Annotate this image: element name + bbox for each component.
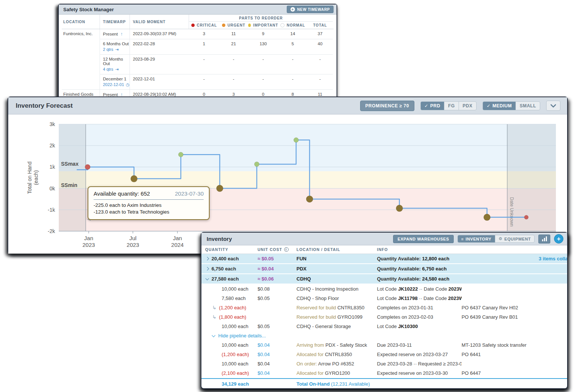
segment-label: MEDIUM (493, 103, 512, 108)
table-row: ↳(1,200 each)Reserved for build CNTRL835… (201, 303, 567, 312)
data-point-marker[interactable] (524, 215, 528, 219)
data-point-marker[interactable] (85, 164, 90, 169)
add-item-button[interactable]: + (554, 234, 563, 244)
text-segment: Arriving from (296, 342, 325, 348)
tooltip-transaction: -123.0 each to Tetra Technologies (94, 209, 204, 215)
pipeline-toggle[interactable]: Hide pipeline details... (205, 333, 567, 339)
chart-tooltip: Available quantity: 652 2023-07-30 -225.… (88, 186, 210, 220)
chart-view-button[interactable] (538, 235, 550, 244)
info-icon[interactable]: i (284, 247, 289, 252)
new-timewarp-button[interactable]: + NEW TIMEWARP (287, 6, 334, 13)
inventory-toolbar: EXPAND WAREHOUSES ≡INVENTORY⚙EQUIPMENT + (393, 234, 563, 244)
ssmax-label: SSmax (61, 161, 79, 167)
count-cell: 130 (248, 39, 278, 54)
data-point-marker[interactable] (254, 162, 259, 166)
location-detail-cell: CDHQ - Incoming Inspection (296, 286, 377, 292)
legend-label: NORMAL (287, 23, 305, 27)
size-filter-medium[interactable]: ✓MEDIUM (483, 102, 516, 110)
quantity-value: 10,000 each (222, 324, 249, 329)
text-segment: Reserved for build (296, 305, 337, 310)
count-cell: - (219, 74, 248, 89)
table-row: (1,200 each)$0.04Allocated for CNTRL8350… (201, 350, 567, 359)
timewarp-main: December 1 (103, 77, 130, 81)
tooltip-divider (94, 199, 204, 200)
y-tick-label: 1k (49, 164, 55, 170)
location-detail-cell: Allocated for CNTRL8350 (296, 352, 377, 357)
data-point-marker[interactable] (131, 175, 137, 182)
unit-cost-cell: $0.04 (258, 370, 296, 376)
text-segment: JK10300 (398, 324, 418, 329)
table-row[interactable]: 20,400 each≈ $0.05FUNQuantity Available:… (201, 254, 567, 264)
total-on-hand-label: Total On-Hand (12,231 Available) (296, 381, 567, 387)
table-row: (2,100 each)$0.04Allocated for GYRO1200E… (201, 368, 567, 378)
inventory-forecast-panel: Inventory Forecast PROMINENCE ≥ 70 ✓PRDF… (7, 97, 568, 254)
text-segment: Completes on 2023-02-03 (377, 314, 433, 320)
segment-label: PDX (463, 103, 472, 108)
count-cell: - (248, 74, 278, 89)
chevron-right-icon[interactable] (206, 257, 209, 261)
table-row: 10,000 each$0.04Arriving from PDX - Safe… (201, 340, 567, 350)
unit-cost-value: ≈ $0.04 (258, 266, 274, 272)
size-toggle-group: ✓MEDIUMSMALL (483, 101, 540, 110)
text-segment: GYRO1200 (325, 370, 350, 376)
count-cell: 1 (189, 39, 219, 54)
info-cell: Expected reserve on 2023-03-27 (377, 352, 462, 357)
info-cell: Completes on 2023-02-03 (377, 314, 462, 320)
expand-link-cell[interactable]: 3 items collapsed. Click to expand. (539, 256, 567, 261)
timewarp-shift-link[interactable]: 2022-12-01◷ (103, 82, 130, 87)
quantity-cell: 10,000 each (205, 342, 258, 348)
collapse-panel-button[interactable] (546, 101, 560, 111)
band-above-ssmax (59, 124, 556, 171)
info-cell: Quantity Available: 6,750 each (377, 266, 462, 272)
inventory-table-header: QUANTITY UNIT COST i LOCATION / DETAIL I… (201, 245, 567, 254)
warehouse-filter-pdx[interactable]: PDX (459, 102, 476, 110)
text-segment: ·· Date Code (417, 295, 448, 301)
timewarp-shift-link[interactable]: 4 qtrs⇥ (103, 67, 130, 72)
data-point-marker[interactable] (484, 214, 490, 221)
info-secondary-cell: PO 6441 (462, 352, 539, 357)
quantity-cell: (2,100 each) (205, 370, 258, 376)
column-unit-cost: UNIT COST i (258, 247, 296, 252)
legend-label: IMPORTANT (253, 23, 278, 27)
collapsed-items-link[interactable]: 3 items collapsed. Click to expand. (539, 256, 567, 261)
data-point-marker[interactable] (293, 138, 298, 143)
timewarp-shift-link[interactable]: 2 qtrs⇥ (103, 47, 130, 52)
unit-cost-cell: $0.04 (258, 361, 296, 367)
data-point-marker[interactable] (216, 185, 223, 192)
text-segment: 12,800 each (422, 256, 449, 261)
unit-cost-value: $0.04 (258, 342, 270, 348)
info-cell: Lot Code JK10300 (377, 324, 462, 329)
text-segment: CDHQ - Incoming Inspection (296, 286, 358, 292)
view-tab-inventory[interactable]: ≡INVENTORY (458, 235, 495, 242)
count-cell: 14 (278, 29, 307, 39)
data-point-marker[interactable] (306, 196, 313, 202)
unit-cost-cell: $0.08 (258, 286, 296, 292)
text-segment: GYRO1099 (337, 314, 362, 320)
count-cell: 9 (248, 29, 278, 39)
unit-cost-value: ≈ $0.05 (258, 256, 274, 261)
chevron-right-icon[interactable] (206, 267, 209, 271)
table-row[interactable]: 27,580 each≈ $0.06CDHQQuantity Available… (201, 274, 567, 284)
expand-warehouses-button[interactable]: EXPAND WAREHOUSES (393, 235, 454, 243)
chevron-down-icon[interactable] (206, 276, 209, 280)
unit-cost-value: ≈ $0.06 (258, 276, 274, 282)
location-detail-cell: PDX (296, 266, 377, 272)
chevron-down-icon (212, 333, 216, 337)
prominence-filter-button[interactable]: PROMINENCE ≥ 70 (360, 101, 414, 111)
text-segment: Quantity Available: (377, 276, 422, 282)
data-point-marker[interactable] (396, 205, 403, 212)
view-tab-equipment[interactable]: ⚙EQUIPMENT (495, 235, 534, 242)
location-detail-cell: On order: Arrow PO #6352 (296, 361, 377, 367)
warehouse-filter-prd[interactable]: ✓PRD (421, 102, 444, 110)
table-row[interactable]: 6,750 each≈ $0.04PDXQuantity Available: … (201, 264, 567, 274)
text-segment: 6,750 each (422, 266, 447, 272)
column-timewarp: TIMEWARP (100, 15, 130, 29)
safety-stock-manager-panel: Safety Stock Manager + NEW TIMEWARP LOCA… (58, 4, 337, 99)
valid-moment-cell: 2022-12-01 (130, 74, 189, 89)
arrow-to-top-icon[interactable]: ↑ (121, 31, 123, 37)
data-point-marker[interactable] (179, 152, 183, 157)
warehouse-filter-fg[interactable]: FG (444, 102, 459, 110)
chevron-down-icon (550, 104, 556, 108)
x-tick-label: Jan2023 (82, 235, 95, 248)
size-filter-small[interactable]: SMALL (516, 102, 540, 110)
